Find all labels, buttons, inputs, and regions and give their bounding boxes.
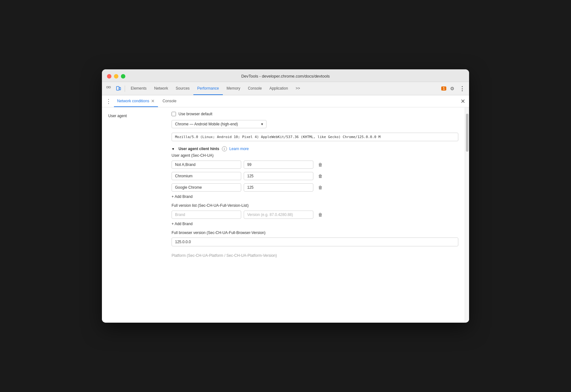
scrollbar[interactable] <box>465 107 469 323</box>
use-browser-default-label: Use browser default <box>179 112 212 116</box>
window-title: DevTools - developer.chrome.com/docs/dev… <box>241 74 330 79</box>
version-input-0[interactable] <box>244 161 313 169</box>
full-browser-version-label: Full browser version (Sec-CH-UA-Full-Bro… <box>172 231 458 235</box>
tab-memory[interactable]: Memory <box>223 82 244 95</box>
brand-row-2: 🗑 <box>172 183 458 192</box>
full-version-brand-input-0[interactable] <box>172 211 241 219</box>
tab-sources[interactable]: Sources <box>172 82 193 95</box>
more-options-icon[interactable]: ⋮ <box>458 84 467 93</box>
scrollbar-thumb[interactable] <box>466 114 468 152</box>
main-content: User agent Use browser default Chrome — … <box>102 107 469 323</box>
notification-badge: 1 <box>441 86 446 91</box>
minimize-button[interactable] <box>114 74 118 79</box>
toolbar-right: 1 ⚙ ⋮ <box>441 84 467 93</box>
delete-brand-0-button[interactable]: 🗑 <box>316 160 325 169</box>
brand-input-0[interactable] <box>172 161 241 169</box>
full-version-version-input-0[interactable] <box>244 211 313 219</box>
platform-label: Platform (Sec-CH-UA-Platform / Sec-CH-UA… <box>172 253 458 258</box>
tab-more[interactable]: >> <box>292 82 304 95</box>
subtab-close-network[interactable]: ✕ <box>151 98 155 104</box>
close-button[interactable] <box>107 74 111 79</box>
svg-rect-3 <box>119 87 121 90</box>
use-browser-default-checkbox[interactable] <box>172 112 176 116</box>
version-input-1[interactable] <box>244 172 313 180</box>
inspector-icon[interactable] <box>104 84 113 93</box>
subtoolbar-close-icon[interactable]: ✕ <box>459 98 467 105</box>
maximize-button[interactable] <box>121 74 125 79</box>
client-hints-title: User agent client hints <box>179 147 219 151</box>
sub-toolbar: ⋮ Network conditions ✕ Console ✕ <box>102 95 469 107</box>
info-icon[interactable]: i <box>222 146 227 151</box>
ua-dropdown-row: Chrome — Android Mobile (high-end) ▾ <box>172 120 458 128</box>
device-icon[interactable] <box>114 84 123 93</box>
right-panel: Use browser default Chrome — Android Mob… <box>165 107 465 323</box>
brand-input-1[interactable] <box>172 172 241 180</box>
tab-console[interactable]: Console <box>244 82 266 95</box>
learn-more-link[interactable]: Learn more <box>229 147 249 151</box>
triangle-icon: ▼ <box>172 147 175 151</box>
ua-dropdown[interactable]: Chrome — Android Mobile (high-end) ▾ <box>172 120 267 128</box>
svg-rect-1 <box>109 86 110 88</box>
main-toolbar: Elements Network Sources Performance Mem… <box>102 82 469 95</box>
full-version-brand-row-0: 🗑 <box>172 210 458 219</box>
delete-brand-1-button[interactable]: 🗑 <box>316 172 325 180</box>
chevron-down-icon: ▾ <box>261 122 263 126</box>
subtab-network-conditions[interactable]: Network conditions ✕ <box>114 95 158 107</box>
add-brand-button[interactable]: + Add Brand <box>172 194 458 199</box>
full-version-list-label: Full version list (Sec-CH-UA-Full-Versio… <box>172 203 458 208</box>
sec-ch-ua-label: User agent (Sec-CH-UA) <box>172 153 458 158</box>
delete-brand-2-button[interactable]: 🗑 <box>316 183 325 192</box>
ua-string-input[interactable] <box>172 133 458 141</box>
svg-rect-2 <box>116 86 119 90</box>
full-browser-version-input[interactable] <box>172 237 458 246</box>
version-input-2[interactable] <box>244 183 313 192</box>
toolbar-separator <box>125 85 125 92</box>
add-brand-2-button[interactable]: + Add Brand <box>172 222 458 226</box>
brand-input-2[interactable] <box>172 183 241 192</box>
tab-network[interactable]: Network <box>150 82 172 95</box>
use-browser-default-row: Use browser default <box>172 112 458 116</box>
svg-rect-0 <box>107 86 108 88</box>
subtoolbar-menu-icon[interactable]: ⋮ <box>104 98 113 105</box>
client-hints-header: ▼ User agent client hints i Learn more <box>172 146 458 151</box>
brand-row-1: 🗑 <box>172 172 458 180</box>
tab-elements[interactable]: Elements <box>127 82 150 95</box>
delete-full-version-brand-0-button[interactable]: 🗑 <box>316 210 325 219</box>
traffic-lights <box>107 74 125 79</box>
left-label-useragent: User agent <box>102 107 165 323</box>
titlebar: DevTools - developer.chrome.com/docs/dev… <box>102 69 469 82</box>
main-tab-bar: Elements Network Sources Performance Mem… <box>127 82 441 95</box>
tab-application[interactable]: Application <box>266 82 292 95</box>
brand-row-0: 🗑 <box>172 160 458 169</box>
subtab-console[interactable]: Console <box>159 95 179 107</box>
tab-performance[interactable]: Performance <box>193 82 223 95</box>
settings-icon[interactable]: ⚙ <box>448 84 456 93</box>
devtools-window: DevTools - developer.chrome.com/docs/dev… <box>102 69 469 323</box>
